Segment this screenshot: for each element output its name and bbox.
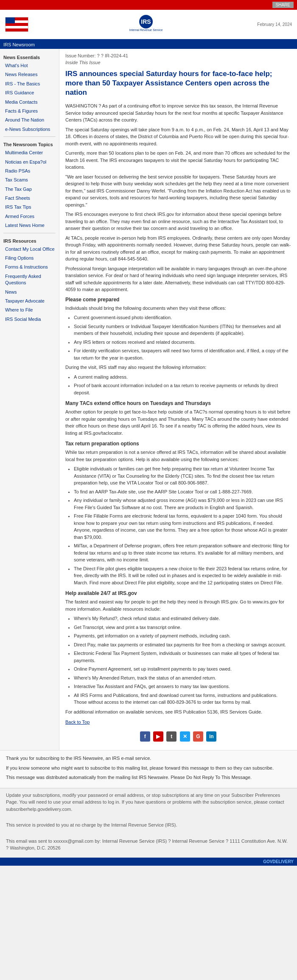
paragraph-6: At TACs, people receive in-person help f… [65, 235, 291, 263]
footer-para-3: This message was distributed automatical… [6, 774, 291, 781]
tax-return-list: Eligible individuals or families can get… [74, 465, 291, 586]
sidebar-divider-2 [3, 233, 56, 233]
sidebar-item-where-to-file[interactable]: Where to File [0, 306, 59, 314]
sidebar-item-fact-sheets[interactable]: Fact Sheets [0, 194, 59, 203]
flag-icon [5, 16, 31, 33]
sidebar-item-irs-basics[interactable]: IRS - The Basics [0, 79, 59, 88]
header: IRS Internal Revenue Service February 14… [0, 10, 297, 40]
footer-email-section: Thank you for subscribing to the IRS New… [0, 750, 297, 788]
list-item: Any IRS letters or notices received and … [74, 339, 291, 346]
content-area: Issue Number: ? ? IR-2024-41 Inside This… [59, 49, 297, 750]
main-title: IRS announces special Saturday hours for… [65, 69, 291, 97]
sidebar-item-news[interactable]: News [0, 288, 59, 297]
paragraph-3: Currently, more than 50 locations plan t… [65, 150, 291, 171]
sidebar-item-facts-figures[interactable]: Facts & Figures [0, 107, 59, 116]
help-para: The fastest and easiest way for people t… [65, 598, 291, 612]
bottom-para-1: Update your subscriptions, modify your p… [6, 792, 291, 813]
nav-bar: IRS Newsroom [0, 40, 297, 49]
list-item: Free File Fillable Forms are electronic … [74, 513, 291, 541]
sidebar-item-radio-psas[interactable]: Radio PSAs [0, 167, 59, 176]
sidebar: News Essentials What's Hot News Releases… [0, 49, 59, 750]
sidebar-item-irs-guidance[interactable]: IRS Guidance [0, 88, 59, 97]
sidebar-item-around-nation[interactable]: Around The Nation [0, 116, 59, 125]
govdelivery-bar: GOVDELIVERY [0, 858, 297, 866]
list-item: Where's My Refund?, check refund status … [74, 615, 291, 622]
tac-para: Another option for people to get face-to… [65, 408, 291, 436]
facebook-icon[interactable]: f [140, 731, 150, 742]
tumblr-icon[interactable]: t [166, 731, 177, 742]
back-to-top-link[interactable]: Back to Top [65, 719, 90, 725]
list-item: Where's My Amended Return, track the sta… [74, 674, 291, 682]
email-footer: This email was sent to xxxxxx@gmail.com … [6, 838, 291, 852]
tax-return-para: While tax return preparation is not a se… [65, 449, 291, 463]
sidebar-item-local-office[interactable]: Contact My Local Office [0, 245, 59, 254]
please-prepared-heading: Please come prepared [65, 297, 291, 303]
paragraph-1: WASHINGTON ? As part of a continuing eff… [65, 102, 291, 124]
paragraph-5: The IRS encourages everyone to first che… [65, 211, 291, 232]
back-to-top[interactable]: Back to Top [65, 719, 291, 725]
tac-heading: Many TACs extend office hours on Tuesday… [65, 400, 291, 406]
youtube-icon[interactable]: ▶ [153, 731, 163, 742]
sidebar-item-armed-forces[interactable]: Armed Forces [0, 212, 59, 221]
list-item: Any individual or family whose adjusted … [74, 497, 291, 511]
request-list: A current mailing address. Proof of bank… [74, 374, 291, 397]
sidebar-item-media-contacts[interactable]: Media Contacts [0, 98, 59, 107]
list-item: Payments, get information on a variety o… [74, 632, 291, 640]
prepared-intro: Individuals should bring the following d… [65, 305, 291, 312]
sidebar-item-tax-scams[interactable]: Tax Scams [0, 176, 59, 184]
list-item: Direct Pay, make tax payments or estimat… [74, 641, 291, 649]
sidebar-item-faq[interactable]: Frequently Asked Questions [0, 272, 59, 288]
list-item: All IRS Forms and Publications, find and… [74, 692, 291, 706]
help-list: Where's My Refund?, check refund status … [74, 615, 291, 706]
nav-left: IRS Newsroom [3, 42, 35, 47]
sidebar-item-enews[interactable]: e-News Subscriptions [0, 125, 59, 134]
sidebar-section-newsroom-topics: The Newsroom Topics [0, 139, 59, 148]
list-item: Proof of bank account information includ… [74, 382, 291, 396]
sidebar-item-news-releases[interactable]: News Releases [0, 70, 59, 79]
svg-text:IRS: IRS [141, 18, 151, 25]
googleplus-icon[interactable]: G [193, 731, 203, 742]
sidebar-item-latest-news[interactable]: Latest News Home [0, 221, 59, 230]
main-layout: News Essentials What's Hot News Releases… [0, 49, 297, 750]
top-bar: SHARE [0, 0, 297, 10]
sidebar-item-social-media[interactable]: IRS Social Media [0, 315, 59, 324]
share-button[interactable]: SHARE [272, 2, 294, 8]
sidebar-item-whats-hot[interactable]: What's Hot [0, 61, 59, 70]
tax-return-heading: Tax return preparation options [65, 441, 291, 447]
additional-para: For additional information on available … [65, 708, 291, 716]
social-bar: f ▶ t ✕ G in [65, 727, 291, 746]
list-item: Interactive Tax Assistant and FAQs, get … [74, 683, 291, 690]
list-item: Social Security numbers or Individual Ta… [74, 323, 291, 337]
list-item: Current government-issued photo identifi… [74, 314, 291, 321]
sidebar-item-forms-instructions[interactable]: Forms & Instructions [0, 263, 59, 272]
bottom-bar: Update your subscriptions, modify your p… [0, 788, 297, 858]
help-heading: Help available 24/7 at IRS.gov [65, 590, 291, 596]
sidebar-section-irs-resources: IRS Resources [0, 236, 59, 245]
irs-logo: IRS Internal Revenue Service [35, 13, 257, 36]
paragraph-7: Professional foreign language interpreta… [65, 265, 291, 293]
list-item: To find an AARP Tax-Aide site, use the A… [74, 488, 291, 496]
sidebar-item-taxpayer-advocate[interactable]: Taxpayer Advocate [0, 297, 59, 306]
list-item: Electronic Federal Tax Payment System, i… [74, 650, 291, 664]
issue-number: Issue Number: ? ? IR-2024-41 [65, 53, 291, 58]
list-item: Online Payment Agreement, set up install… [74, 666, 291, 673]
paragraph-4: "We are laser focused on delivering the … [65, 173, 291, 209]
sidebar-item-filing-options[interactable]: Filing Options [0, 254, 59, 263]
svg-text:Internal Revenue Service: Internal Revenue Service [129, 28, 163, 31]
footer-para-1: Thank you for subscribing to the IRS New… [6, 755, 291, 762]
sidebar-item-tax-gap[interactable]: The Tax Gap [0, 185, 59, 194]
sidebar-item-irs-tax-tips[interactable]: IRS Tax Tips [0, 203, 59, 212]
sidebar-divider-1 [3, 136, 56, 137]
list-item: A current mailing address. [74, 374, 291, 381]
request-info: During the visit, IRS staff may also req… [65, 364, 291, 371]
twitter-icon[interactable]: ✕ [180, 731, 190, 742]
prepared-list: Current government-issued photo identifi… [74, 314, 291, 361]
list-item: Eligible individuals or families can get… [74, 465, 291, 487]
list-item: The Direct File pilot gives eligible tax… [74, 565, 291, 586]
sidebar-section-news-essentials: News Essentials [0, 52, 59, 61]
list-item: Get Transcript, view and print a tax tra… [74, 624, 291, 631]
sidebar-item-multimedia[interactable]: Multimedia Center [0, 148, 59, 157]
linkedin-icon[interactable]: in [206, 731, 216, 742]
sidebar-item-noticias[interactable]: Noticias en Espa?ol [0, 158, 59, 167]
bottom-para-2: This service is provided to you at no ch… [6, 821, 291, 829]
